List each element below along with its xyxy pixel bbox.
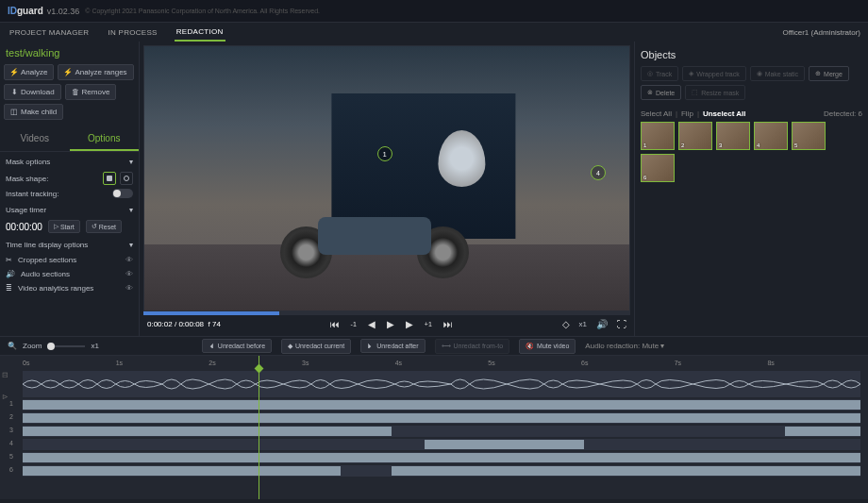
nav-project-manager[interactable]: PROJECT MANAGER bbox=[8, 25, 91, 41]
timeline-track[interactable]: 3 bbox=[23, 426, 860, 437]
analyze-button[interactable]: ⚡Analyze bbox=[4, 64, 54, 80]
target-icon: ◎ bbox=[647, 70, 653, 77]
timeline-track[interactable]: 6 bbox=[23, 465, 860, 477]
download-button[interactable]: ⬇Download bbox=[4, 84, 61, 100]
instant-tracking-toggle[interactable] bbox=[112, 189, 133, 198]
droplet-icon[interactable]: ◇ bbox=[562, 319, 570, 329]
user-badge[interactable]: Officer1 (Administrator) bbox=[782, 28, 860, 37]
copyright: © Copyright 2021 Panasonic Corporation o… bbox=[85, 8, 320, 14]
video-preview[interactable]: 1 4 bbox=[143, 45, 630, 311]
chevron-down-icon[interactable]: ▾ bbox=[660, 342, 664, 350]
skip-start-icon[interactable]: ⏮ bbox=[330, 319, 340, 329]
next-frame-icon[interactable]: ▶ bbox=[406, 319, 413, 329]
shape-circle-button[interactable] bbox=[120, 172, 133, 185]
progress-bar[interactable] bbox=[143, 311, 630, 315]
nav-redaction[interactable]: REDACTION bbox=[175, 24, 225, 42]
object-thumb[interactable] bbox=[641, 154, 675, 182]
child-icon: ◫ bbox=[10, 109, 18, 116]
zoom-slider[interactable] bbox=[47, 345, 85, 347]
shape-square-button[interactable] bbox=[103, 172, 116, 185]
objects-panel: Objects ◎Track ◈Wrapped track ◉Make stat… bbox=[634, 42, 868, 336]
play-icon[interactable]: ▶ bbox=[387, 319, 394, 329]
object-thumb[interactable] bbox=[716, 122, 750, 150]
audio-redaction-label: Audio redaction: Mute ▾ bbox=[585, 342, 664, 350]
object-thumb[interactable] bbox=[678, 122, 712, 150]
make-static-button[interactable]: ◉Make static bbox=[750, 66, 805, 81]
speaker-icon: 🔊 bbox=[6, 270, 15, 278]
mask-options-section[interactable]: Mask options▾ bbox=[4, 152, 135, 170]
usage-timer-section[interactable]: Usage timer▾ bbox=[4, 200, 135, 218]
app-header: IDguard v1.02.36 © Copyright 2021 Panaso… bbox=[0, 0, 868, 23]
unredact-before-button[interactable]: ⏴Unredact before bbox=[202, 339, 272, 353]
chevron-down-icon: ▾ bbox=[129, 158, 133, 166]
step-fwd-label[interactable]: +1 bbox=[425, 321, 432, 327]
visibility-toggle[interactable]: 👁 bbox=[125, 284, 133, 293]
analytics-ranges-label: Video analytics ranges bbox=[18, 284, 93, 293]
wrapped-track-button[interactable]: ◈Wrapped track bbox=[682, 66, 745, 81]
rewind-icon: ⏴ bbox=[209, 343, 215, 349]
visibility-toggle[interactable]: 👁 bbox=[125, 256, 133, 264]
track-button[interactable]: ◎Track bbox=[641, 66, 678, 81]
resize-mask-button[interactable]: ⬚Resize mask bbox=[685, 85, 745, 100]
select-all-link[interactable]: Select All bbox=[641, 109, 672, 118]
timer-value: 00:00:00 bbox=[6, 222, 42, 232]
top-nav: PROJECT MANAGER IN PROCESS REDACTION Off… bbox=[0, 23, 868, 42]
tab-options[interactable]: Options bbox=[70, 127, 140, 151]
unselect-all-link[interactable]: Unselect All bbox=[703, 109, 746, 118]
mask-shape-label: Mask shape: bbox=[6, 175, 48, 183]
timer-start-button[interactable]: ▷Start bbox=[48, 220, 80, 233]
object-thumb[interactable] bbox=[641, 122, 675, 150]
chevron-down-icon: ▾ bbox=[129, 241, 133, 249]
unredact-current-button[interactable]: ◆Unredact current bbox=[281, 339, 351, 354]
timeline-track[interactable]: 1 bbox=[23, 399, 860, 411]
volume-icon[interactable]: 🔊 bbox=[596, 319, 608, 329]
audio-waveform-track[interactable] bbox=[23, 371, 860, 397]
zoom-value: x1 bbox=[91, 342, 98, 350]
current-icon: ◆ bbox=[288, 343, 292, 350]
list-icon: ≣ bbox=[6, 284, 12, 293]
speed-label[interactable]: x1 bbox=[579, 320, 587, 328]
version-label: v1.02.36 bbox=[47, 7, 80, 16]
timeline-track[interactable]: 5 bbox=[23, 452, 860, 463]
objects-title: Objects bbox=[641, 47, 862, 66]
unredact-range-button[interactable]: ⟷Unredact from-to bbox=[435, 339, 510, 354]
x-icon: ⊗ bbox=[647, 89, 653, 96]
pin-icon: ◉ bbox=[757, 70, 762, 77]
object-thumb[interactable] bbox=[754, 122, 788, 150]
tab-videos[interactable]: Videos bbox=[0, 127, 70, 151]
mute-video-button[interactable]: 🔇Mute video bbox=[519, 339, 576, 354]
zoom-icon: 🔍 bbox=[8, 342, 17, 350]
reset-icon: ↺ bbox=[92, 223, 97, 230]
object-marker[interactable]: 4 bbox=[591, 165, 606, 180]
analyze-ranges-button[interactable]: ⚡Analyze ranges bbox=[58, 64, 133, 80]
trash-icon: 🗑 bbox=[72, 89, 79, 96]
flip-link[interactable]: Flip bbox=[681, 109, 693, 118]
make-child-button[interactable]: ◫Make child bbox=[4, 104, 63, 120]
timeline-display-section[interactable]: Time line display options▾ bbox=[4, 235, 135, 253]
step-back-label[interactable]: -1 bbox=[351, 321, 357, 327]
remove-button[interactable]: 🗑Remove bbox=[65, 84, 117, 100]
timer-reset-button[interactable]: ↺Reset bbox=[86, 220, 122, 233]
fullscreen-icon[interactable]: ⛶ bbox=[617, 319, 626, 329]
logo: IDguard bbox=[8, 6, 43, 16]
playhead[interactable] bbox=[259, 356, 259, 499]
merge-button[interactable]: ⊕Merge bbox=[809, 66, 849, 81]
timeline-track[interactable]: 4 bbox=[23, 439, 860, 450]
skip-end-icon[interactable]: ⏭ bbox=[443, 319, 453, 329]
forward-icon: ⏵ bbox=[367, 343, 374, 349]
unredact-after-button[interactable]: ⏵Unredact after bbox=[360, 339, 425, 353]
merge-icon: ⊕ bbox=[815, 70, 821, 77]
object-thumb[interactable] bbox=[792, 122, 826, 150]
timeline: ⊟⊳ 0s1s2s3s4s5s6s7s8s 1 2 3 4 5 6 bbox=[0, 355, 868, 499]
zoom-label: Zoom bbox=[23, 342, 42, 350]
timeline-track[interactable]: 2 bbox=[23, 412, 860, 424]
mute-icon: 🔇 bbox=[526, 343, 534, 350]
nav-in-process[interactable]: IN PROCESS bbox=[106, 25, 159, 41]
timeline-ruler[interactable]: 0s1s2s3s4s5s6s7s8s bbox=[8, 360, 860, 371]
play-icon: ▷ bbox=[54, 223, 58, 230]
visibility-toggle[interactable]: 👁 bbox=[125, 270, 133, 278]
chevron-down-icon: ▾ bbox=[129, 206, 133, 214]
delete-button[interactable]: ⊗Delete bbox=[641, 85, 681, 100]
prev-frame-icon[interactable]: ◀ bbox=[368, 319, 376, 329]
time-display: 0:00:02 / 0:00:08 f 74 bbox=[147, 320, 221, 328]
